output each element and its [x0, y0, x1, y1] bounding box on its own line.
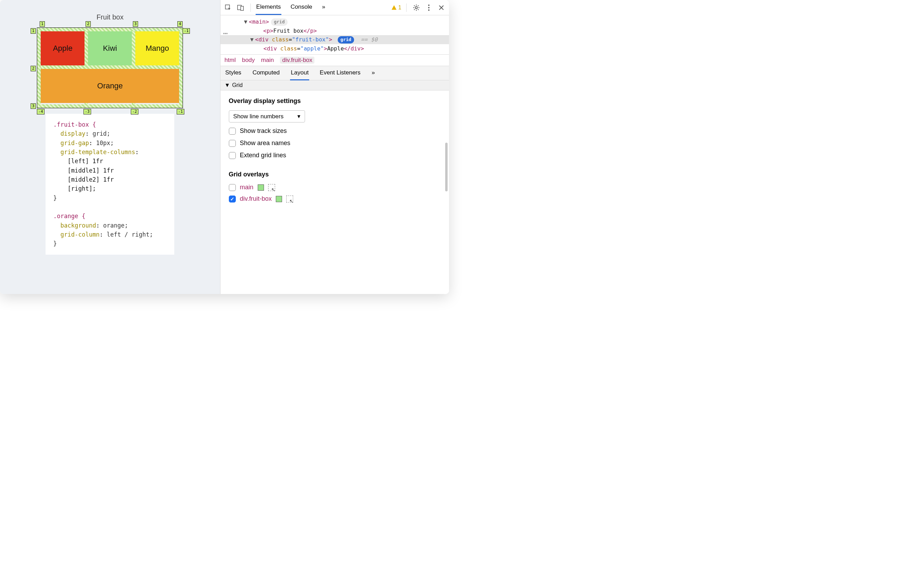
cell-mango: Mango [135, 31, 179, 65]
overlay-checkbox-main[interactable] [229, 184, 236, 191]
grid-section-header[interactable]: ▼ Grid [220, 80, 449, 91]
grid-line-label: -2 [131, 109, 138, 114]
devtools-pane: Elements Console » 1 ⋯ ▼<main>grid <p>Fr… [220, 0, 449, 294]
cell-kiwi: Kiwi [88, 31, 132, 65]
overlay-name[interactable]: div.fruit-box [240, 195, 272, 203]
elements-subtabs: Styles Computed Layout Event Listeners » [220, 66, 449, 80]
kebab-icon[interactable] [424, 3, 434, 12]
svg-point-12 [428, 5, 429, 6]
chevron-down-icon: ▾ [297, 113, 300, 120]
svg-line-8 [414, 5, 415, 6]
breadcrumb: html body main div.fruit-box [220, 54, 449, 66]
ellipsis-icon[interactable]: ⋯ [223, 27, 229, 39]
svg-line-11 [414, 9, 415, 10]
devtools-main-tabs: Elements Console » [255, 0, 326, 15]
warnings-badge[interactable]: 1 [391, 5, 401, 11]
devtools-toolbar: Elements Console » 1 [220, 0, 449, 15]
overlay-checkbox-fruit-box[interactable] [229, 195, 236, 203]
label-area-names: Show area names [240, 140, 291, 147]
grid-line-label: 4 [177, 21, 183, 27]
crumb-body[interactable]: body [242, 57, 255, 64]
fruit-box-grid: Apple Kiwi Mango Orange [41, 31, 179, 105]
overlay-settings-heading: Overlay display settings [229, 97, 441, 105]
crumb-html[interactable]: html [224, 57, 236, 64]
crumb-main[interactable]: main [261, 57, 274, 64]
grid-line-label: 3 [31, 103, 36, 109]
grid-overlays-heading: Grid overlays [229, 171, 441, 178]
crumb-fruit-box[interactable]: div.fruit-box [280, 57, 314, 64]
svg-rect-2 [241, 6, 243, 11]
elements-tree[interactable]: ⋯ ▼<main>grid <p>Fruit box</p> ▼<div cla… [220, 15, 449, 54]
svg-point-3 [415, 7, 417, 9]
overlay-swatch[interactable] [258, 185, 264, 191]
subtab-styles[interactable]: Styles [224, 66, 242, 80]
grid-outline: Apple Kiwi Mango Orange [37, 28, 183, 108]
tabs-overflow[interactable]: » [321, 0, 326, 15]
grid-line-label: 1 [31, 28, 36, 34]
close-icon[interactable] [437, 3, 446, 12]
subtabs-overflow[interactable]: » [371, 66, 376, 80]
overlay-row-fruit-box: div.fruit-box [229, 195, 441, 203]
layout-panel: Overlay display settings Show line numbe… [220, 91, 449, 294]
grid-line-label: 2 [31, 66, 36, 71]
tab-console[interactable]: Console [290, 0, 313, 15]
label-track-sizes: Show track sizes [240, 127, 287, 135]
highlight-node-icon[interactable] [286, 195, 293, 203]
selected-element-row[interactable]: ▼<div class="fruit-box"> grid == $0 [220, 35, 449, 44]
grid-line-label: -1 [183, 28, 190, 34]
preview-title: Fruit box [19, 13, 201, 21]
subtab-event-listeners[interactable]: Event Listeners [319, 66, 361, 80]
css-code-snippet: .fruit-box { display: grid; grid-gap: 10… [46, 114, 174, 255]
svg-line-9 [418, 9, 418, 10]
grid-line-label: -1 [177, 109, 184, 114]
grid-line-label: 1 [40, 21, 45, 27]
grid-line-label: -3 [83, 109, 91, 114]
chevron-down-icon: ▼ [224, 82, 230, 88]
grid-overlay-area: Apple Kiwi Mango Orange 1 2 3 4 1 2 3 -1… [37, 28, 183, 108]
page-preview-pane: Fruit box Apple Kiwi Mango Orange 1 2 3 … [0, 0, 220, 294]
cell-orange: Orange [41, 69, 179, 103]
overlay-swatch[interactable] [276, 196, 282, 202]
svg-point-13 [428, 7, 429, 8]
tab-elements[interactable]: Elements [255, 0, 282, 15]
grid-line-label: -4 [37, 109, 44, 114]
inspect-icon[interactable] [223, 3, 233, 12]
subtab-layout[interactable]: Layout [290, 66, 309, 80]
svg-point-14 [428, 9, 429, 11]
grid-line-label: 3 [133, 21, 138, 27]
svg-line-10 [418, 5, 418, 6]
overlay-row-main: main [229, 184, 441, 191]
grid-line-label: 2 [86, 21, 91, 27]
checkbox-extend-lines[interactable] [229, 152, 236, 159]
checkbox-area-names[interactable] [229, 140, 236, 147]
cell-apple: Apple [41, 31, 85, 65]
scrollbar[interactable] [444, 115, 447, 294]
overlay-name[interactable]: main [240, 184, 254, 191]
checkbox-track-sizes[interactable] [229, 128, 236, 135]
subtab-computed[interactable]: Computed [252, 66, 280, 80]
gear-icon[interactable] [411, 3, 421, 12]
line-numbers-select[interactable]: Show line numbers ▾ [229, 110, 305, 123]
highlight-node-icon[interactable] [268, 184, 275, 191]
label-extend-lines: Extend grid lines [240, 152, 286, 159]
device-toggle-icon[interactable] [236, 3, 246, 12]
